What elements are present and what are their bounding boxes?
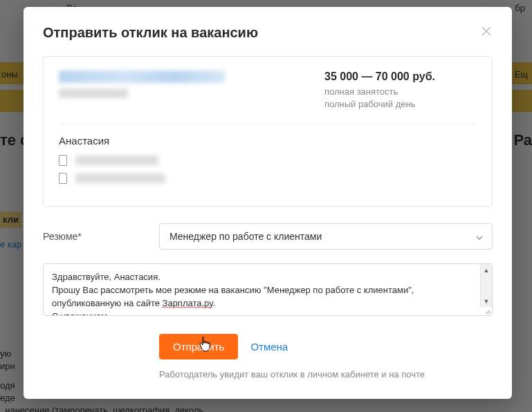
contact-phone-redacted [75,156,158,165]
resume-label: Резюме* [43,231,159,242]
submit-button[interactable]: Отправить [159,334,238,359]
scroll-down-icon[interactable]: ▼ [481,295,492,307]
vacancy-info-box: 35 000 — 70 000 руб. полная занятость по… [43,56,493,207]
resume-select-wrap: Менеджер по работе с клиентами [159,223,493,250]
cover-letter-textarea[interactable]: Здравствуйте, Анастасия.Прошу Вас рассмо… [44,264,479,315]
scroll-up-icon[interactable]: ▲ [481,264,492,276]
cover-letter-wrap: Здравствуйте, Анастасия.Прошу Вас рассмо… [43,263,493,316]
actions-row: Отправить Отмена [43,334,493,359]
chevron-down-icon [476,230,483,243]
phone-icon [59,173,67,184]
apply-modal: Отправить отклик на вакансию 35 000 — 70… [24,7,512,399]
salary-block: 35 000 — 70 000 руб. полная занятость по… [324,71,477,111]
vacancy-title-redacted [59,71,225,111]
modal-header: Отправить отклик на вакансию [43,25,493,41]
vacancy-top-row: 35 000 — 70 000 руб. полная занятость по… [59,71,477,124]
resume-select[interactable]: Менеджер по работе с клиентами [159,223,493,250]
resume-selected-value: Менеджер по работе с клиентами [169,231,322,242]
modal-title: Отправить отклик на вакансию [43,25,258,41]
contact-phone-row [59,155,477,166]
resume-field-row: Резюме* Менеджер по работе с клиентами [43,223,493,250]
employment-type: полная занятость [324,86,435,98]
contact-phone-row-2 [59,173,477,184]
close-button[interactable] [480,25,493,37]
close-icon [481,26,491,36]
work-schedule: полный рабочий день [324,98,435,111]
cancel-button[interactable]: Отмена [250,341,288,353]
phone-icon [59,155,67,166]
salary-range: 35 000 — 70 000 руб. [324,71,435,83]
submit-hint: Работодатель увидит ваш отклик в личном … [43,369,493,380]
contact-phone-redacted [75,174,165,183]
resize-handle[interactable] [484,307,490,314]
textarea-scrollbar[interactable]: ▲ ▼ [480,264,492,307]
contact-name: Анастасия [59,135,477,147]
